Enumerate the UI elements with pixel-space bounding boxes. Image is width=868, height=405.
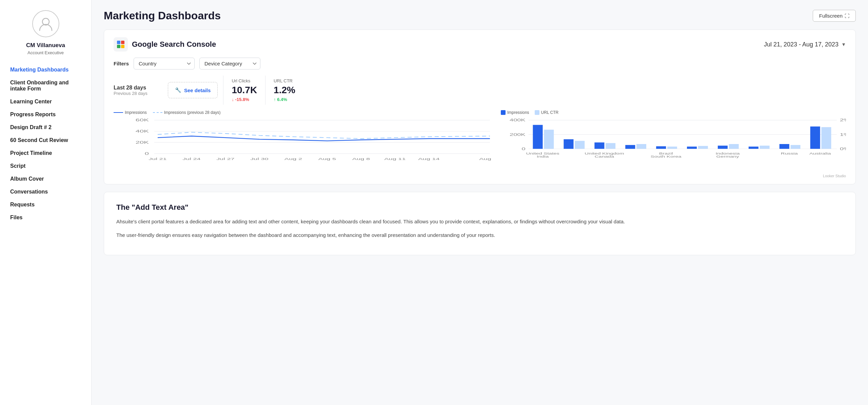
country-filter[interactable]: Country — [134, 58, 195, 69]
svg-text:Germany: Germany — [716, 155, 739, 159]
fullscreen-label: Fullscreen — [819, 13, 843, 19]
svg-rect-49 — [790, 145, 800, 149]
svg-rect-40 — [656, 146, 666, 149]
bar-url-ctr-legend: URL CTR — [541, 110, 559, 115]
svg-rect-36 — [594, 142, 604, 149]
svg-text:India: India — [537, 155, 549, 159]
main-content: Marketing Dashboards Fullscreen ⛶ Google… — [92, 0, 868, 405]
gsc-title-group: Google Search Console — [114, 37, 216, 52]
svg-rect-32 — [533, 125, 542, 149]
line-chart-legend: Impressions Impressions (previous 28 day… — [114, 110, 493, 115]
svg-text:0: 0 — [522, 147, 526, 151]
svg-text:Indonesia: Indonesia — [715, 152, 740, 155]
svg-text:400K: 400K — [510, 118, 526, 122]
date-range-text: Jul 21, 2023 - Aug 17, 2023 — [764, 41, 839, 48]
sidebar-item-learning-center[interactable]: Learning Center — [0, 95, 91, 108]
svg-rect-34 — [564, 139, 573, 149]
svg-rect-42 — [687, 147, 697, 149]
url-ctr-value: 1.2% — [274, 85, 295, 96]
svg-rect-45 — [729, 144, 739, 149]
svg-rect-35 — [575, 141, 585, 149]
svg-text:Canada: Canada — [595, 155, 614, 159]
line-chart-area: Impressions Impressions (previous 28 day… — [114, 110, 493, 178]
sidebar-item-conversations[interactable]: Conversations — [0, 185, 91, 198]
svg-text:Jul 27: Jul 27 — [216, 157, 234, 161]
svg-text:0: 0 — [145, 151, 149, 156]
gsc-card: Google Search Console Jul 21, 2023 - Aug… — [104, 29, 856, 184]
svg-rect-3 — [117, 45, 120, 48]
line-chart-svg: 60K 40K 20K 0 Jul 21 Jul 24 Jul 27 Jul 3… — [114, 117, 493, 171]
sidebar-item-progress-reports[interactable]: Progress Reports — [0, 108, 91, 121]
see-details-label: See details — [184, 87, 211, 93]
user-role: Account Executive — [27, 50, 64, 55]
url-clicks-label: Url Clicks — [232, 78, 257, 83]
svg-rect-33 — [544, 130, 554, 149]
svg-text:Brazil: Brazil — [659, 152, 673, 155]
bar-chart-legend: Impressions URL CTR — [501, 110, 846, 115]
url-ctr-label: URL CTR — [274, 78, 295, 83]
text-area-para1: Ahsuite's client portal features a dedic… — [116, 217, 843, 226]
impressions-legend: Impressions — [125, 110, 147, 115]
svg-text:United Kingdom: United Kingdom — [585, 152, 624, 155]
svg-rect-39 — [636, 144, 646, 149]
text-area-title: The "Add Text Area" — [116, 203, 843, 212]
sidebar-item-requests[interactable]: Requests — [0, 198, 91, 211]
svg-text:Jul 30: Jul 30 — [250, 157, 269, 161]
gsc-header: Google Search Console Jul 21, 2023 - Aug… — [114, 37, 846, 52]
top-stats-row: Last 28 days Previous 28 days 🔧 See deta… — [114, 76, 846, 105]
svg-rect-51 — [821, 127, 831, 149]
sidebar-item-marketing-dashboards[interactable]: Marketing Dashboards — [0, 63, 91, 76]
svg-rect-47 — [760, 146, 769, 149]
svg-text:United States: United States — [526, 152, 559, 155]
svg-rect-37 — [606, 143, 615, 149]
svg-rect-43 — [698, 146, 708, 149]
device-filter[interactable]: Device Category — [199, 58, 260, 69]
current-period: Last 28 days — [114, 85, 168, 91]
sidebar-item-client-onboarding[interactable]: Client Onboarding and intake Form — [0, 76, 91, 95]
sidebar-item-script[interactable]: Script — [0, 160, 91, 173]
gsc-icon — [114, 37, 128, 52]
avatar — [32, 10, 59, 37]
impressions-prev-legend: Impressions (previous 28 days) — [164, 110, 221, 115]
filters-label: Filters — [114, 61, 129, 66]
main-header: Marketing Dashboards Fullscreen ⛶ — [104, 9, 856, 22]
url-ctr-stat: URL CTR 1.2% ↑ 6.4% — [265, 76, 303, 105]
sidebar-item-60-second-cut[interactable]: 60 Second Cut Review — [0, 134, 91, 147]
svg-text:Aug 5: Aug 5 — [318, 157, 336, 161]
sidebar-item-files[interactable]: Files — [0, 211, 91, 224]
svg-text:1%: 1% — [840, 133, 846, 136]
url-ctr-change: ↑ 6.4% — [274, 97, 295, 102]
svg-text:60K: 60K — [136, 118, 149, 122]
svg-text:0%: 0% — [840, 147, 846, 151]
wrench-icon: 🔧 — [175, 87, 181, 93]
gsc-title: Google Search Console — [132, 40, 216, 49]
period-box: Last 28 days Previous 28 days — [114, 85, 168, 96]
url-clicks-change: ↓ -15.8% — [232, 97, 257, 102]
charts-row: Impressions Impressions (previous 28 day… — [114, 110, 846, 178]
svg-text:South Korea: South Korea — [651, 155, 682, 159]
see-details-button[interactable]: 🔧 See details — [168, 82, 218, 98]
sidebar-item-design-draft[interactable]: Design Draft # 2 — [0, 121, 91, 134]
fullscreen-icon: ⛶ — [845, 13, 849, 19]
svg-rect-2 — [121, 41, 124, 44]
sidebar: CM Villanueva Account Executive Marketin… — [0, 0, 92, 405]
fullscreen-button[interactable]: Fullscreen ⛶ — [813, 10, 856, 22]
svg-rect-44 — [718, 146, 728, 149]
svg-text:200K: 200K — [510, 133, 526, 136]
bar-impressions-legend: Impressions — [507, 110, 529, 115]
bar-chart-svg: 400K 200K 0 2% 1% 0% — [501, 117, 846, 171]
filters-row: Filters Country Device Category — [114, 58, 846, 69]
svg-text:Aug 2: Aug 2 — [284, 157, 302, 161]
sidebar-item-album-cover[interactable]: Album Cover — [0, 173, 91, 185]
date-range[interactable]: Jul 21, 2023 - Aug 17, 2023 ▼ — [764, 41, 846, 48]
svg-rect-4 — [121, 45, 124, 48]
svg-text:2%: 2% — [840, 118, 846, 122]
date-chevron-icon: ▼ — [841, 42, 846, 47]
sidebar-item-project-timeline[interactable]: Project Timeline — [0, 147, 91, 160]
svg-rect-41 — [667, 147, 677, 149]
bar-chart-area: Impressions URL CTR 400K 200K 0 — [501, 110, 846, 178]
svg-rect-46 — [749, 147, 758, 149]
svg-text:Aug 8: Aug 8 — [352, 157, 370, 161]
user-name: CM Villanueva — [26, 42, 65, 49]
svg-text:Aug 14: Aug 14 — [418, 157, 440, 161]
